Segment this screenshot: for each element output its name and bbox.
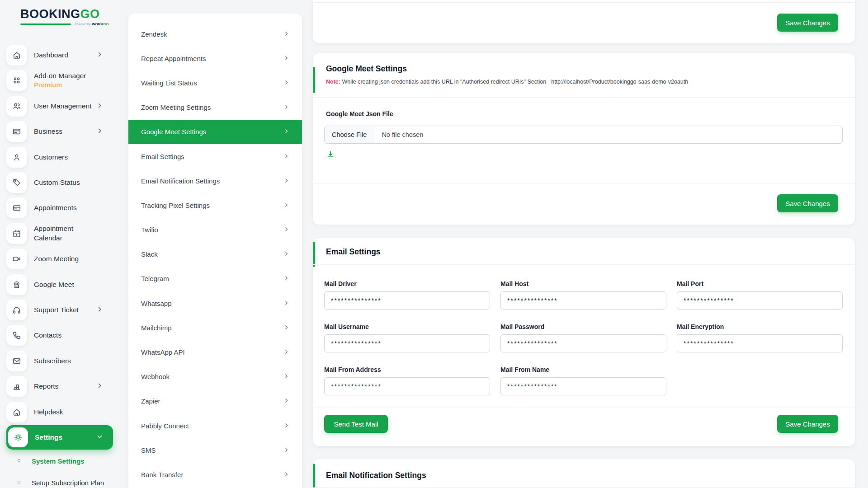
chevron-down-icon xyxy=(96,433,103,442)
sidebar-item-business[interactable]: Business xyxy=(6,121,113,142)
sidebar-item-zoom-meeting[interactable]: Zoom Meeting xyxy=(6,249,113,269)
users-icon xyxy=(6,96,27,117)
main-content: Save Changes Google Meet Settings Note: … xyxy=(313,0,855,488)
settings-menu-item-twilio[interactable]: Twilio xyxy=(128,218,302,242)
settings-menu-item-mailchimp[interactable]: Mailchimp xyxy=(128,315,302,340)
ring-icon xyxy=(16,479,22,487)
settings-menu-item-email-notification-settings[interactable]: Email Notification Settings xyxy=(128,169,302,193)
settings-menu-item-zendesk[interactable]: Zendesk xyxy=(128,22,302,46)
settings-menu-item-bank-transfer[interactable]: Bank Transfer xyxy=(128,462,302,487)
save-changes-button[interactable]: Save Changes xyxy=(777,415,838,433)
mail-from-name-input[interactable] xyxy=(500,377,666,395)
sidebar-item-dashboard[interactable]: Dashboard xyxy=(6,45,113,66)
mail-icon xyxy=(6,351,27,371)
mail-encryption-input[interactable] xyxy=(677,334,843,352)
settings-menu-item-telegram[interactable]: Telegram xyxy=(128,267,302,291)
settings-menu-label: Tracking Pixel Settings xyxy=(141,202,210,209)
top-settings-card: Save Changes xyxy=(313,0,855,43)
powered-brand: WORKDO xyxy=(92,22,108,26)
field-label: Mail Encryption xyxy=(677,323,843,330)
email-notification-settings-card: Email Notification Settings xyxy=(313,459,855,488)
settings-menu-item-sms[interactable]: SMS xyxy=(128,438,302,462)
field-mail-from-address: Mail From Address xyxy=(324,366,490,395)
field-mail-username: Mail Username xyxy=(324,323,490,352)
no-file-chosen-text: No file chosen xyxy=(374,126,423,143)
settings-menu-item-waiting-list-status[interactable]: Waiting List Status xyxy=(128,70,302,95)
settings-menu-item-email-settings[interactable]: Email Settings xyxy=(128,144,302,169)
settings-menu-item-zoom-meeting-settings[interactable]: Zoom Meeting Settings xyxy=(128,95,302,120)
accent-bar xyxy=(313,464,315,488)
sidebar-item-label: Custom Status xyxy=(34,178,103,188)
choose-file-button[interactable]: Choose File xyxy=(325,126,374,143)
mail-from-address-input[interactable] xyxy=(324,377,490,395)
chevron-right-icon xyxy=(96,382,103,391)
settings-menu-label: Waiting List Status xyxy=(141,79,197,87)
sidebar-item-customers[interactable]: Customers xyxy=(6,147,113,168)
sidebar-item-appointments[interactable]: Appointments xyxy=(6,197,113,218)
settings-menu-item-whatsapp[interactable]: Whatsapp xyxy=(128,291,302,315)
sidebar-item-reports[interactable]: Reports xyxy=(6,376,113,397)
card-title: Email Notification Settings xyxy=(326,471,426,480)
chevron-right-icon xyxy=(96,51,103,60)
settings-menu-label: Email Settings xyxy=(141,153,184,160)
sidebar-subitem-system-settings[interactable]: System Settings xyxy=(16,455,116,467)
mail-driver-input[interactable] xyxy=(324,291,490,310)
sidebar-item-google-meet[interactable]: Google Meet xyxy=(6,274,113,295)
sidebar-item-subscribers[interactable]: Subscribers xyxy=(6,351,113,371)
calendar-icon xyxy=(6,223,27,244)
settings-menu-item-slack[interactable]: Slack xyxy=(128,242,302,267)
sidebar-item-label: Support Ticket xyxy=(34,305,96,315)
json-file-input[interactable]: Choose File No file chosen xyxy=(324,126,843,144)
save-changes-button[interactable]: Save Changes xyxy=(777,194,838,212)
sidebar-item-settings[interactable]: Settings xyxy=(6,425,113,450)
sidebar-item-appointment-calendar[interactable]: Appointment Calendar xyxy=(6,223,113,244)
settings-menu-label: Zapier xyxy=(141,397,160,405)
chevron-right-icon xyxy=(283,250,289,258)
accent-bar xyxy=(313,67,315,93)
premium-badge: Premium xyxy=(34,81,103,90)
settings-menu-label: Pabbly Connect xyxy=(141,422,189,430)
sidebar-subitem-label: Setup Subscription Plan xyxy=(32,479,104,487)
settings-menu-item-whatsapp-api[interactable]: WhatsApp API xyxy=(128,340,302,364)
divider xyxy=(313,183,855,183)
sidebar-item-label: Customers xyxy=(34,153,103,162)
sidebar-item-label: Subscribers xyxy=(34,357,103,366)
settings-menu-label: Email Notification Settings xyxy=(141,177,220,185)
home-icon xyxy=(6,402,27,422)
sidebar-item-helpdesk[interactable]: Helpdesk xyxy=(6,402,113,422)
mail-password-input[interactable] xyxy=(500,334,666,352)
settings-menu-item-webhook[interactable]: Webhook xyxy=(128,365,302,389)
field-mail-encryption: Mail Encryption xyxy=(677,323,843,352)
mail-username-input[interactable] xyxy=(324,334,490,352)
sidebar-item-support-ticket[interactable]: Support Ticket xyxy=(6,300,113,320)
settings-menu-item-repeat-appointments[interactable]: Repeat Appointments xyxy=(128,46,302,70)
sidebar-item-custom-status[interactable]: Custom Status xyxy=(6,172,113,193)
settings-menu-label: Mailchimp xyxy=(141,324,172,332)
field-mail-port: Mail Port xyxy=(677,280,843,310)
gear-icon xyxy=(8,427,28,447)
settings-menu-item-pabbly-connect[interactable]: Pabbly Connect xyxy=(128,413,302,438)
sidebar-item-label: Reports xyxy=(34,382,96,391)
file-field-label: Google Meet Json File xyxy=(326,110,393,117)
settings-menu-item-google-meet-settings[interactable]: Google Meet Settings xyxy=(128,120,302,144)
card-title: Email Settings xyxy=(326,247,381,257)
divider xyxy=(313,97,855,98)
sidebar-subitem-setup-subscription-plan[interactable]: Setup Subscription Plan xyxy=(16,476,116,488)
mail-host-input[interactable] xyxy=(500,291,666,310)
user-icon xyxy=(6,147,27,168)
bar-chart-icon xyxy=(6,376,27,397)
field-mail-from-name: Mail From Name xyxy=(500,366,666,395)
sidebar-item-contacts[interactable]: Contacts xyxy=(6,325,113,346)
save-changes-button[interactable]: Save Changes xyxy=(777,14,838,32)
settings-menu-item-tracking-pixel-settings[interactable]: Tracking Pixel Settings xyxy=(128,193,302,217)
sidebar-item-user-management[interactable]: User Management xyxy=(6,96,113,117)
field-label: Mail Port xyxy=(677,280,843,287)
send-test-mail-button[interactable]: Send Test Mail xyxy=(324,415,388,433)
download-icon[interactable] xyxy=(326,150,335,160)
sidebar-item-addon-manager[interactable]: Add-on ManagerPremium xyxy=(6,70,113,91)
settings-menu-item-zapier[interactable]: Zapier xyxy=(128,389,302,413)
field-mail-host: Mail Host xyxy=(500,280,666,310)
chevron-right-icon xyxy=(283,471,289,479)
chevron-right-icon xyxy=(96,306,103,314)
mail-port-input[interactable] xyxy=(677,291,843,310)
